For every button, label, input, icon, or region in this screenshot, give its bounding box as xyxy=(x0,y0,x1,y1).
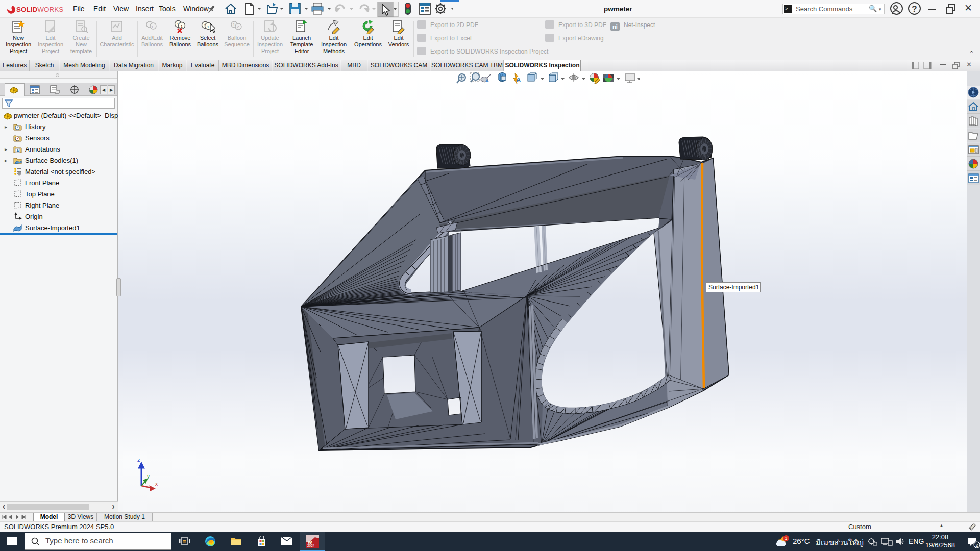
svg-text:SOLIDWORKS: SOLIDWORKS xyxy=(16,6,63,13)
svg-text:1: 1 xyxy=(181,24,183,29)
svg-text:2: 2 xyxy=(976,543,978,548)
svg-text:y: y xyxy=(147,473,150,479)
svg-text:A: A xyxy=(16,148,19,153)
svg-text:z: z xyxy=(137,457,140,463)
svg-text:1: 1 xyxy=(785,536,788,541)
svg-text:x: x xyxy=(155,481,158,487)
svg-text:1: 1 xyxy=(151,24,154,29)
svg-text:1: 1 xyxy=(207,24,210,29)
svg-text:1: 1 xyxy=(233,22,235,27)
svg-text:2024: 2024 xyxy=(307,544,315,547)
svg-text:A: A xyxy=(516,76,521,84)
svg-text:2: 2 xyxy=(237,24,239,29)
